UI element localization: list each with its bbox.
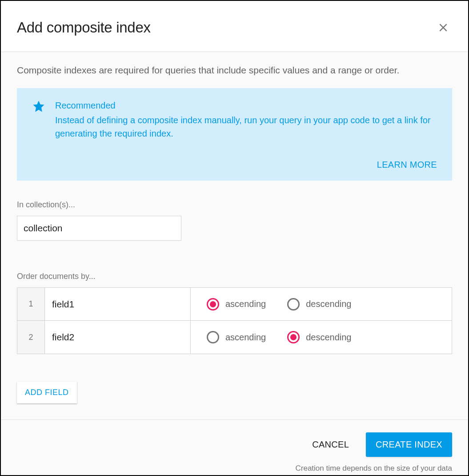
row-number: 1 bbox=[17, 288, 45, 320]
field-name-input[interactable] bbox=[45, 288, 190, 320]
star-icon bbox=[32, 100, 45, 140]
collection-label: In collection(s)... bbox=[17, 200, 452, 210]
radio-unchecked-icon bbox=[287, 298, 300, 311]
radio-label: descending bbox=[306, 332, 351, 343]
recommendation-box: Recommended Instead of defining a compos… bbox=[17, 88, 452, 181]
learn-more-link[interactable]: LEARN MORE bbox=[377, 160, 437, 170]
dialog-header: Add composite index bbox=[1, 1, 468, 52]
close-icon bbox=[437, 22, 449, 33]
radio-label: ascending bbox=[225, 332, 266, 343]
radio-label: ascending bbox=[225, 299, 266, 309]
ascending-radio[interactable]: ascending bbox=[207, 331, 266, 343]
descending-radio[interactable]: descending bbox=[287, 298, 351, 311]
dialog-footer: CANCEL CREATE INDEX Creation time depend… bbox=[1, 420, 468, 476]
order-table: 1 ascending descending 2 bbox=[17, 287, 452, 354]
intro-text: Composite indexes are required for queri… bbox=[17, 64, 452, 77]
radio-label: descending bbox=[306, 299, 351, 309]
field-name-input[interactable] bbox=[45, 321, 190, 354]
create-index-button[interactable]: CREATE INDEX bbox=[366, 432, 452, 457]
dialog-title: Add composite index bbox=[17, 19, 151, 36]
recommendation-title: Recommended bbox=[55, 101, 437, 111]
recommendation-text: Instead of defining a composite index ma… bbox=[55, 113, 437, 140]
row-number: 2 bbox=[17, 321, 45, 354]
order-label: Order documents by... bbox=[17, 272, 452, 281]
close-button[interactable] bbox=[434, 19, 452, 36]
radio-checked-icon bbox=[207, 298, 219, 311]
add-field-button[interactable]: ADD FIELD bbox=[17, 382, 77, 403]
radio-unchecked-icon bbox=[207, 331, 219, 343]
collection-input[interactable] bbox=[17, 216, 181, 241]
ascending-radio[interactable]: ascending bbox=[207, 298, 266, 311]
order-row: 2 ascending descending bbox=[17, 321, 452, 354]
radio-checked-icon bbox=[287, 331, 300, 343]
footer-note: Creation time depends on the size of you… bbox=[17, 464, 452, 473]
cancel-button[interactable]: CANCEL bbox=[312, 440, 349, 450]
dialog-body: Composite indexes are required for queri… bbox=[1, 52, 468, 420]
descending-radio[interactable]: descending bbox=[287, 331, 351, 343]
order-row: 1 ascending descending bbox=[17, 288, 452, 321]
